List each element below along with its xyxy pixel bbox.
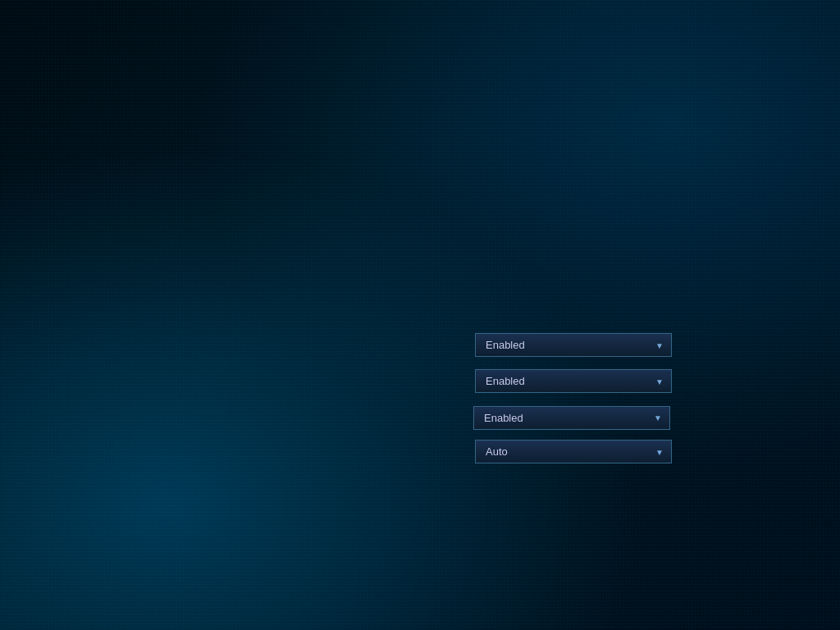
setting-value-nx-mode: Enabled Disabled: [475, 369, 672, 393]
dropdown-pss-support[interactable]: Enabled Disabled: [475, 333, 672, 357]
setting-value-svm-mode: Enabled Disabled: [473, 406, 670, 430]
background: [0, 0, 840, 630]
dropdown-nx-mode[interactable]: Enabled Disabled: [475, 369, 672, 393]
layout: 🦅 UEFI BIOS Utility – Advanced Mode 10/1…: [0, 0, 840, 630]
dropdown-smt-mode[interactable]: Auto Enabled Disabled: [475, 440, 672, 463]
setting-value-smt-mode: Auto Enabled Disabled: [475, 440, 672, 463]
dropdown-wrap-pss-support[interactable]: Enabled Disabled: [475, 333, 672, 357]
dropdown-wrap-nx-mode[interactable]: Enabled Disabled: [475, 369, 672, 393]
setting-value-pss-support: Enabled Disabled: [475, 333, 672, 357]
dropdown-wrap-svm-mode[interactable]: Enabled Disabled: [473, 406, 670, 430]
dropdown-svm-mode[interactable]: Enabled Disabled: [473, 406, 670, 430]
dropdown-wrap-smt-mode[interactable]: Auto Enabled Disabled: [475, 440, 672, 463]
